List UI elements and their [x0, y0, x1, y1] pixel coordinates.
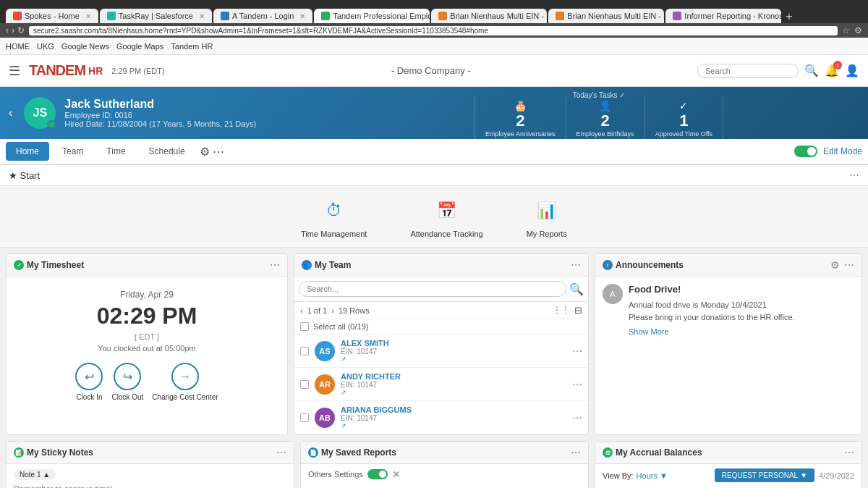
nav-right: Edit Mode — [794, 146, 862, 157]
star-options-icon[interactable]: ⋯ — [849, 169, 859, 181]
forward-button[interactable]: › — [12, 25, 14, 35]
bookmark-tandem-hr[interactable]: Tandem HR — [171, 42, 213, 51]
address-bar: ‹ › ↻ secure2.saashr.com/ta/8Nienhaus.ho… — [0, 23, 868, 38]
nav-item-home[interactable]: Home — [6, 142, 49, 161]
member-actions-alex[interactable]: ⋯ — [572, 345, 582, 357]
nav-more-icon[interactable]: ⚙ — [200, 145, 210, 159]
announcements-panel-actions: ⚙ ⋯ — [830, 259, 854, 271]
clock-in-action[interactable]: ↩ Clock In — [75, 363, 103, 401]
announcement-body: A Food Drive! Annual food drive is Monda… — [595, 277, 861, 434]
member-actions-ariana[interactable]: ⋯ — [572, 412, 582, 424]
team-select-all-row: Select all (0/19) — [294, 319, 588, 335]
tab-tandem-pro[interactable]: Tandem Professional Employe... ✕ — [314, 9, 430, 23]
saved-reports-toggle[interactable] — [367, 469, 388, 479]
extensions-icon[interactable]: ⚙ — [854, 25, 862, 35]
timesheet-panel: ✓ My Timesheet ⋯ Friday, Apr 29 02:29 PM… — [6, 253, 288, 435]
tab-close-spokes[interactable]: ✕ — [85, 12, 91, 20]
saved-reports-menu[interactable]: ⋯ — [571, 447, 581, 458]
edit-mode-button[interactable]: Edit Mode — [823, 146, 862, 156]
tab-informer[interactable]: Informer Reporting - Kronos_Jr... ✕ — [665, 9, 781, 23]
clock-out-action[interactable]: ↪ Clock Out — [111, 363, 143, 401]
member-name-andy[interactable]: ANDY RICHTER — [341, 372, 566, 381]
request-personal-button[interactable]: REQUEST PERSONAL ▼ — [715, 468, 814, 482]
timesheet-body: Friday, Apr 29 02:29 PM [ EDT ] You cloc… — [7, 277, 287, 408]
accrual-date: 4/29/2022 — [819, 471, 854, 480]
pagination-prev[interactable]: ‹ — [300, 306, 303, 315]
time-actions: ↩ Clock In ↪ Clock Out → Change Cost Cen… — [75, 363, 218, 401]
tab-brian-my[interactable]: Brian Nienhaus Multi EIN - My ... ✕ — [548, 9, 664, 23]
app-header: ☰ TANDEM HR 2:29 PM (EDT) - Demo Company… — [0, 55, 868, 87]
nav-item-team[interactable]: Team — [52, 142, 93, 161]
member-name-alex[interactable]: ALEX SMITH — [341, 339, 566, 348]
bookmark-home[interactable]: HOME — [6, 42, 30, 51]
header-right: 🔍 🔔 1 👤 — [697, 64, 859, 78]
saved-reports-title: 📄 My Saved Reports — [308, 447, 396, 458]
user-icon[interactable]: 👤 — [845, 64, 859, 77]
sticky-notes-title: 📝 My Sticky Notes — [14, 447, 93, 458]
tab-spokes[interactable]: Spokes - Home ✕ — [6, 9, 98, 23]
hours-dropdown[interactable]: Hours ▼ — [637, 471, 668, 480]
task-anniversaries[interactable]: 🎂 2 Employee Anniversaries — [475, 96, 566, 142]
task-birthdays[interactable]: 👤 2 Employee Birthdays — [566, 96, 645, 142]
team-columns-icon[interactable]: ⋮⋮ — [553, 305, 570, 316]
bookmark-google-news[interactable]: Google News — [61, 42, 109, 51]
tab-brian-dash[interactable]: Brian Nienhaus Multi EIN - Das... ✕ — [431, 9, 547, 23]
member-link-icon-ariana: ↗ — [341, 422, 566, 429]
show-more-link[interactable]: Show More — [629, 327, 795, 336]
saved-reports-icon: 📄 — [308, 447, 318, 458]
bookmark-ukg[interactable]: UKG — [37, 42, 54, 51]
member-checkbox-alex[interactable] — [300, 347, 309, 356]
task-time-offs[interactable]: ✓ 1 Approved Time Offs — [645, 96, 723, 142]
member-actions-andy[interactable]: ⋯ — [572, 379, 582, 390]
quick-link-reports[interactable]: 📊 My Reports — [527, 195, 567, 238]
saved-reports-close-icon[interactable]: ✕ — [392, 468, 401, 480]
accrual-balances-menu[interactable]: ⋯ — [844, 447, 854, 458]
reload-button[interactable]: ↻ — [17, 25, 25, 35]
quick-link-time-management[interactable]: ⏱ Time Management — [301, 195, 367, 238]
tab-tandem-login[interactable]: A Tandem - Login ✕ — [213, 9, 312, 23]
nav-dots-icon[interactable]: ⋯ — [213, 145, 224, 159]
search-icon[interactable]: 🔍 — [804, 64, 819, 77]
team-panel: 👥 My Team ⋯ 🔍 ‹ 1 of 1 › 19 Rows ⋮⋮ ⊟ Se… — [294, 253, 589, 435]
url-bar[interactable]: secure2.saashr.com/ta/8Nienhaus.home?rnd… — [29, 26, 838, 35]
announcements-settings-icon[interactable]: ⚙ — [830, 259, 840, 271]
bookmark-icon[interactable]: ☆ — [842, 25, 850, 35]
saved-reports-body: Others Settings ✕ — [301, 464, 588, 484]
nav-item-time[interactable]: Time — [96, 142, 135, 161]
back-arrow-icon[interactable]: ‹ — [9, 106, 12, 119]
timesheet-panel-header: ✓ My Timesheet ⋯ — [7, 254, 287, 277]
member-avatar-ariana: AB — [315, 408, 335, 428]
select-all-label: Select all (0/19) — [313, 322, 368, 331]
browser-chrome: Spokes - Home ✕ TaskRay | Salesforce ✕ A… — [0, 0, 868, 38]
team-member-andy: AR ANDY RICHTER EIN: 10147 ↗ ⋯ — [294, 368, 588, 401]
tab-close-taskray[interactable]: ✕ — [199, 12, 205, 20]
hamburger-menu-icon[interactable]: ☰ — [9, 63, 20, 79]
team-panel-menu[interactable]: ⋯ — [571, 259, 581, 271]
tab-taskray[interactable]: TaskRay | Salesforce ✕ — [100, 9, 212, 23]
new-tab-button[interactable]: + — [786, 10, 792, 23]
announcements-panel-menu[interactable]: ⋯ — [844, 259, 854, 271]
select-all-checkbox[interactable] — [300, 322, 309, 331]
timesheet-panel-menu[interactable]: ⋯ — [270, 259, 280, 271]
change-cost-center-icon: → — [171, 363, 199, 390]
notifications-wrapper: 🔔 1 — [825, 64, 839, 77]
header-time: 2:29 PM (EDT) — [111, 67, 164, 75]
team-search-button[interactable]: 🔍 — [569, 282, 584, 296]
change-cost-center-action[interactable]: → Change Cost Center — [152, 363, 218, 401]
star-label[interactable]: ★ Start — [9, 170, 40, 181]
member-name-ariana[interactable]: ARIANA BIGGUMS — [341, 405, 566, 414]
quick-link-attendance[interactable]: 📅 Attendance Tracking — [410, 195, 482, 238]
global-search-input[interactable] — [697, 64, 799, 78]
pagination-next[interactable]: › — [331, 306, 334, 315]
tab-close-tandem-login[interactable]: ✕ — [299, 12, 305, 20]
sticky-notes-menu[interactable]: ⋯ — [276, 447, 286, 458]
member-checkbox-ariana[interactable] — [300, 413, 309, 422]
bookmark-google-maps[interactable]: Google Maps — [116, 42, 163, 51]
team-filter-icon[interactable]: ⊟ — [574, 305, 582, 316]
team-search-input[interactable] — [299, 281, 566, 297]
member-checkbox-andy[interactable] — [300, 380, 309, 389]
nav-item-schedule[interactable]: Schedule — [139, 142, 195, 161]
note-tag[interactable]: Note 1 ▲ — [14, 469, 56, 480]
back-button[interactable]: ‹ — [6, 25, 9, 35]
toggle-switch[interactable] — [794, 146, 817, 157]
